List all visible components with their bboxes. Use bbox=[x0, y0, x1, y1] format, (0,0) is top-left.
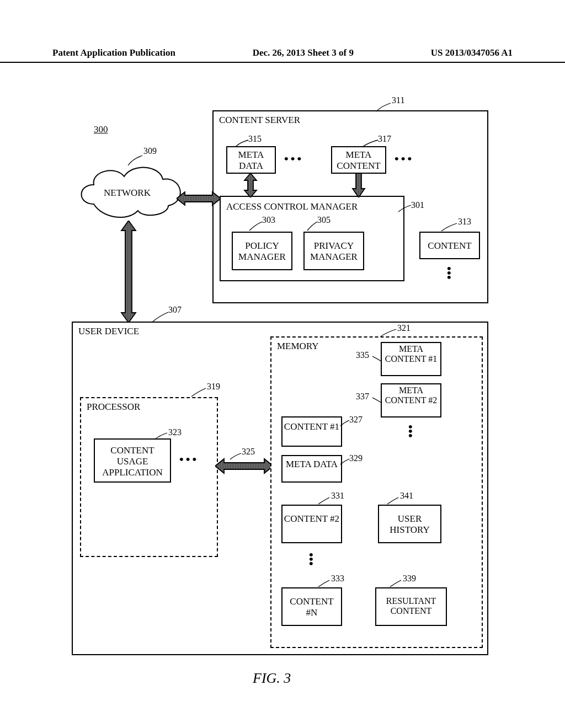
acm-label: ACCESS CONTROL MANAGER bbox=[221, 197, 403, 216]
leader-325 bbox=[229, 452, 244, 462]
resultant-box: RESULTANT CONTENT bbox=[375, 587, 447, 626]
page: Patent Application Publication Dec. 26, … bbox=[0, 0, 565, 728]
content1-label: CONTENT #1 bbox=[282, 417, 341, 435]
content-server-label: CONTENT SERVER bbox=[214, 111, 487, 129]
privacy-mgr-label: PRIVACY MANAGER bbox=[305, 233, 363, 265]
ref-333: 333 bbox=[331, 574, 344, 584]
header-right: US 2013/0347056 A1 bbox=[431, 47, 513, 58]
ref-321: 321 bbox=[397, 323, 411, 333]
metacontent1-label: META CONTENT #1 bbox=[382, 343, 440, 366]
arrow-network-userdevice bbox=[120, 221, 137, 323]
figure-caption: FIG. 3 bbox=[253, 670, 291, 687]
meta-data-label: META DATA bbox=[227, 147, 275, 174]
userhistory-box: USER HISTORY bbox=[378, 505, 441, 543]
meta-content-label: META CONTENT bbox=[332, 147, 385, 174]
ref-337: 337 bbox=[356, 392, 369, 402]
cua-label: CONTENT USAGE APPLICATION bbox=[95, 440, 170, 480]
leader-335 bbox=[372, 355, 383, 363]
leader-305 bbox=[306, 221, 323, 233]
header-left: Patent Application Publication bbox=[52, 47, 175, 58]
cua-box: CONTENT USAGE APPLICATION bbox=[94, 438, 171, 483]
network-label: NETWORK bbox=[104, 188, 151, 199]
page-header: Patent Application Publication Dec. 26, … bbox=[0, 47, 565, 63]
content1-box: CONTENT #1 bbox=[281, 416, 342, 447]
metacontent2-box: META CONTENT #2 bbox=[381, 383, 441, 417]
contentn-label: CONTENT #N bbox=[282, 588, 341, 620]
svg-marker-0 bbox=[177, 192, 221, 205]
dots-cua: ••• bbox=[179, 452, 199, 467]
content-label: CONTENT bbox=[420, 233, 479, 254]
ref-323: 323 bbox=[168, 427, 182, 437]
arrow-metacontent-acm bbox=[351, 173, 366, 197]
metacontent1-box: META CONTENT #1 bbox=[381, 342, 441, 376]
diagram: 300 NETWORK 309 CONTENT SERVER 311 META … bbox=[72, 94, 491, 662]
header-mid: Dec. 26, 2013 Sheet 3 of 9 bbox=[253, 47, 354, 58]
leader-329 bbox=[339, 458, 351, 466]
content2-box: CONTENT #2 bbox=[281, 505, 342, 543]
processor-label: PROCESSOR bbox=[81, 398, 217, 416]
leader-323 bbox=[153, 432, 170, 442]
metacontent2-label: META CONTENT #2 bbox=[382, 384, 440, 408]
meta-content-box: META CONTENT bbox=[331, 146, 386, 174]
svg-marker-6 bbox=[353, 173, 365, 197]
leader-331 bbox=[317, 496, 333, 506]
privacy-mgr-box: PRIVACY MANAGER bbox=[303, 232, 364, 270]
arrow-network-server bbox=[177, 190, 221, 207]
leader-313 bbox=[440, 222, 460, 233]
dots-metacontent2: ••• bbox=[408, 425, 413, 438]
leader-303 bbox=[248, 221, 265, 233]
leader-337 bbox=[372, 396, 383, 404]
userhistory-label: USER HISTORY bbox=[379, 506, 440, 538]
arrow-metadata-acm bbox=[243, 173, 258, 197]
svg-marker-9 bbox=[121, 221, 136, 323]
meta-data-box: META DATA bbox=[226, 146, 276, 174]
memory-label: MEMORY bbox=[271, 338, 482, 355]
ref-300: 300 bbox=[94, 124, 108, 135]
contentn-box: CONTENT #N bbox=[281, 587, 342, 626]
dots-content: ••• bbox=[447, 266, 451, 280]
leader-311 bbox=[375, 101, 397, 114]
leader-319 bbox=[190, 387, 210, 399]
leader-309 bbox=[127, 153, 149, 170]
policy-mgr-label: POLICY MANAGER bbox=[233, 233, 291, 265]
ref-341: 341 bbox=[400, 491, 413, 501]
content2-label: CONTENT #2 bbox=[282, 506, 341, 527]
leader-341 bbox=[386, 496, 402, 506]
ref-313: 313 bbox=[458, 217, 471, 227]
dots-content2: ••• bbox=[309, 553, 313, 566]
dots-metacontent: ••• bbox=[395, 152, 414, 166]
content-box: CONTENT bbox=[419, 232, 480, 259]
leader-333 bbox=[317, 579, 333, 589]
ref-331: 331 bbox=[331, 491, 344, 501]
leader-315 bbox=[234, 139, 251, 149]
svg-marker-3 bbox=[244, 173, 257, 197]
dots-metadata: ••• bbox=[284, 152, 303, 166]
leader-321 bbox=[380, 328, 399, 339]
leader-339 bbox=[389, 579, 404, 589]
leader-317 bbox=[361, 139, 381, 149]
resultant-label: RESULTANT CONTENT bbox=[376, 588, 446, 618]
leader-327 bbox=[339, 419, 351, 427]
metadata2-label: META DATA bbox=[282, 456, 341, 472]
metadata2-box: META DATA bbox=[281, 455, 342, 483]
ref-335: 335 bbox=[356, 350, 369, 360]
leader-301 bbox=[397, 204, 414, 214]
policy-mgr-box: POLICY MANAGER bbox=[232, 232, 292, 270]
ref-339: 339 bbox=[403, 574, 416, 584]
